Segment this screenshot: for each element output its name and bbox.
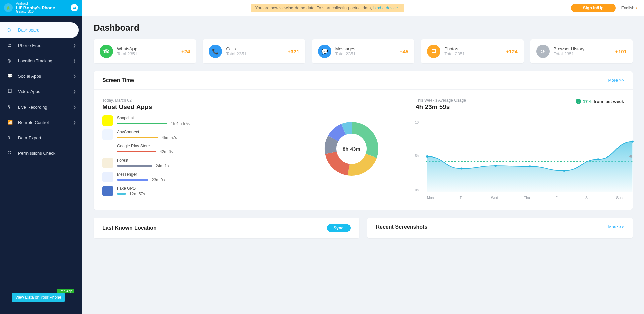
stat-total: Total 2351 (554, 51, 611, 56)
stat-delta: +321 (288, 49, 299, 54)
xtick: Sun (616, 196, 623, 200)
svg-point-4 (494, 165, 497, 167)
device-selector[interactable]: ◉ Android Lil' Bobby's Phone Galaxy S10 … (0, 0, 82, 16)
week-x-axis: MonTueWedThuFriSatSun (416, 196, 624, 200)
xtick: Tue (460, 196, 466, 200)
app-duration: 24m 1s (156, 164, 169, 168)
app-name: Messenger (117, 172, 301, 177)
app-duration: 23m 9s (152, 178, 165, 182)
xtick: Mon (427, 196, 434, 200)
xtick: Sat (585, 196, 591, 200)
stat-card-photos[interactable]: 🖼 Photos Total 2351 +124 (421, 39, 523, 63)
mic-icon: 🎙 (7, 104, 13, 110)
usage-donut-chart: 8h 43m (315, 98, 388, 200)
demo-banner: You are now viewing demo data. To start … (251, 4, 404, 12)
sidebar-item-phone-files[interactable]: 🗂 Phone Files ❯ (0, 38, 82, 53)
sidebar-item-label: Data Export (18, 135, 41, 140)
sidebar-nav: ◶ Dashboard 🗂 Phone Files ❯◎ Location Tr… (0, 22, 82, 161)
page-title: Dashboard (94, 23, 633, 33)
stat-name: Browser History (554, 46, 611, 51)
app-icon (102, 129, 113, 140)
sign-in-button[interactable]: Sign In/Up (571, 4, 616, 12)
export-icon: ⇪ (7, 135, 13, 141)
stat-card-calls[interactable]: 📞 Calls Total 2351 +321 (203, 39, 305, 63)
sidebar: ◉ Android Lil' Bobby's Phone Galaxy S10 … (0, 0, 82, 314)
app-row-google-play-store: Google Play Store 42m 6s (102, 143, 301, 154)
topbar: You are now viewing demo data. To start … (82, 0, 644, 16)
most-used-title: Most Used Apps (102, 103, 301, 111)
stat-delta: +101 (615, 49, 627, 54)
sidebar-item-social-apps[interactable]: 💬 Social Apps ❯ (0, 69, 82, 84)
svg-point-7 (597, 158, 599, 160)
sidebar-item-remote-control[interactable]: 📶 Remote Control ❯ (0, 115, 82, 130)
sidebar-item-location-tracking[interactable]: ◎ Location Tracking ❯ (0, 53, 82, 69)
stat-name: Photos (444, 46, 502, 51)
stat-delta: +24 (181, 49, 190, 54)
swap-icon[interactable]: ⇄ (71, 4, 78, 11)
svg-point-2 (426, 155, 428, 158)
chevron-right-icon: ❯ (73, 59, 76, 63)
sidebar-item-permissions-check[interactable]: 🛡 Permissions Check (0, 146, 82, 161)
week-change-pct: 17% (583, 99, 592, 104)
usage-bar (117, 165, 152, 167)
sidebar-item-video-apps[interactable]: 🎞 Video Apps ❯ (0, 84, 82, 100)
gauge-icon: ◶ (7, 27, 13, 33)
stat-cards-row: ☎ WhatsApp Total 2351 +24📞 Calls Total 2… (94, 39, 633, 63)
recent-screenshots-more-link[interactable]: More >> (608, 225, 624, 229)
view-data-on-phone-button[interactable]: View Data on Your Phone (12, 293, 65, 302)
screen-time-panel: Screen Time More >> Today, March 02 Most… (94, 71, 633, 210)
files-icon: 🗂 (7, 43, 13, 49)
stat-name: Messages (335, 46, 396, 51)
screen-time-date: Today, March 02 (102, 98, 301, 103)
chevron-right-icon: ❯ (73, 74, 76, 78)
bind-device-link[interactable]: bind a device. (373, 6, 399, 10)
ytick-0h: 0h (415, 188, 419, 192)
sidebar-item-label: Video Apps (18, 89, 40, 94)
chevron-right-icon: ❯ (73, 105, 76, 109)
app-row-snapchat: Snapchat 1h 4m 57s (102, 115, 301, 126)
sidebar-item-label: Social Apps (18, 74, 41, 79)
week-average-section: This Week's Average Usage 4h 23m 59s ↓ 1… (402, 98, 624, 200)
arrow-down-icon: ↓ (576, 99, 581, 104)
chevron-right-icon: ❯ (73, 120, 76, 125)
sync-button[interactable]: Sync (327, 224, 351, 232)
video-icon: 🎞 (7, 89, 13, 95)
chevron-down-icon: ▾ (636, 6, 637, 10)
screen-time-title: Screen Time (102, 77, 134, 83)
app-icon (102, 186, 113, 196)
ytick-10h: 10h (415, 121, 421, 124)
chevron-right-icon: ❯ (73, 43, 76, 48)
svg-point-8 (631, 141, 634, 143)
xtick: Fri (555, 196, 559, 200)
screen-time-more-link[interactable]: More >> (608, 78, 624, 83)
app-row-anyconnect: AnyConnect 45m 57s (102, 129, 301, 140)
stat-card-whatsapp[interactable]: ☎ WhatsApp Total 2351 +24 (94, 39, 196, 63)
app-icon (102, 172, 113, 182)
language-selector[interactable]: English ▾ (621, 6, 637, 10)
sidebar-item-label: Dashboard (18, 27, 40, 33)
week-change: ↓ 17% from last week (576, 99, 624, 104)
xtick: Thu (524, 196, 530, 200)
app-icon (102, 143, 113, 154)
svg-point-6 (563, 170, 565, 172)
stat-card-messages[interactable]: 💬 Messages Total 2351 +45 (312, 39, 414, 63)
stat-name: WhatsApp (117, 46, 177, 51)
sidebar-item-data-export[interactable]: ⇪ Data Export (0, 130, 82, 146)
stat-icon: 🖼 (427, 45, 440, 58)
app-row-forest: Forest 24m 1s (102, 158, 301, 168)
stat-icon: ☎ (100, 45, 113, 58)
device-os: Android (16, 2, 55, 6)
stat-delta: +45 (400, 49, 408, 54)
week-average-value: 4h 23m 59s (416, 103, 624, 111)
app-row-fake-gps: Fake GPS 12m 57s (102, 186, 301, 196)
svg-point-3 (460, 168, 463, 170)
sidebar-item-dashboard[interactable]: ◶ Dashboard (0, 22, 79, 38)
usage-bar (117, 179, 148, 181)
last-location-title: Last Known Location (102, 225, 157, 231)
stat-name: Calls (226, 46, 284, 51)
sidebar-item-live-recording[interactable]: 🎙 Live Recording ❯ (0, 100, 82, 115)
recent-screenshots-panel: Recent Screenshots More >> (367, 218, 633, 238)
app-icon (102, 115, 113, 126)
stat-card-browser-history[interactable]: ⟳ Browser History Total 2351 +101 (530, 39, 633, 63)
week-area-chart: 10h 5h 0h avg MonTueWedThuFriSatSun (416, 122, 624, 192)
